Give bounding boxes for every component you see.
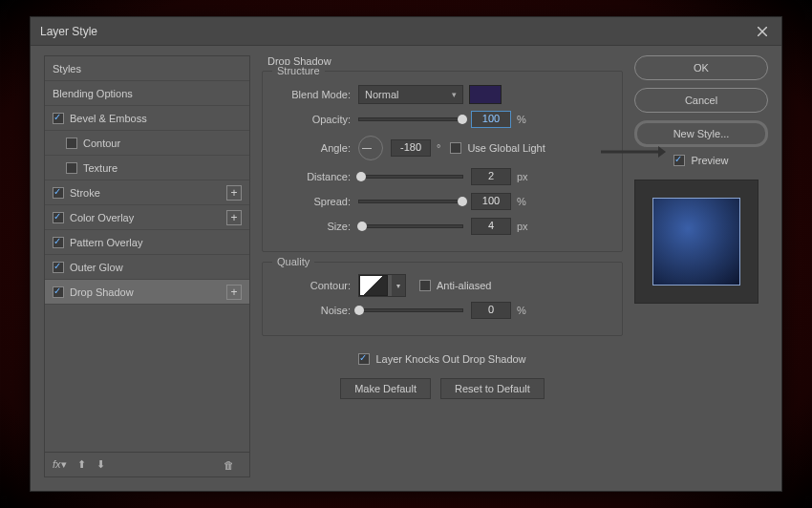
noise-unit: %	[517, 305, 526, 316]
quality-group: Quality Contour: ▾ Anti-aliased Noise: 0…	[262, 262, 623, 336]
sidebar-item-blending-options[interactable]: Blending Options	[45, 81, 249, 106]
cancel-button[interactable]: Cancel	[634, 88, 768, 113]
ok-label: OK	[694, 62, 709, 74]
distance-unit: px	[517, 171, 528, 182]
sidebar-item-color-overlay[interactable]: Color Overlay +	[45, 205, 249, 230]
fx-menu-icon[interactable]: fx▾	[53, 458, 67, 470]
window-title: Layer Style	[40, 25, 97, 38]
angle-dial[interactable]	[358, 136, 383, 160]
preview-box	[634, 180, 759, 304]
sidebar-item-label: Blending Options	[53, 88, 133, 99]
close-icon	[758, 27, 767, 36]
contour-preview-icon	[359, 275, 388, 296]
reset-default-label: Reset to Default	[455, 383, 530, 394]
structure-group: Structure Blend Mode: Normal ▾ Opacity: …	[262, 71, 623, 252]
noise-input[interactable]: 0	[471, 302, 511, 319]
blend-mode-select[interactable]: Normal ▾	[358, 85, 463, 104]
callout-arrow-icon	[601, 143, 666, 160]
contour-checkbox[interactable]	[66, 138, 77, 149]
chevron-down-icon: ▾	[392, 275, 405, 296]
spread-unit: %	[517, 196, 526, 207]
blend-mode-value: Normal	[365, 89, 398, 100]
noise-label: Noise:	[276, 305, 351, 316]
drop-shadow-checkbox[interactable]	[53, 286, 64, 298]
options-panel: Drop Shadow Structure Blend Mode: Normal…	[262, 55, 623, 477]
sidebar-item-texture[interactable]: Texture	[45, 156, 249, 180]
make-default-label: Make Default	[354, 383, 417, 394]
move-down-icon[interactable]: ⬇	[96, 458, 105, 470]
sidebar-item-contour[interactable]: Contour	[45, 131, 249, 156]
sidebar-item-label: Styles	[53, 63, 81, 74]
sidebar-item-label: Outer Glow	[70, 262, 123, 273]
new-style-label: New Style...	[673, 128, 730, 139]
size-slider[interactable]	[358, 224, 463, 228]
trash-icon[interactable]: 🗑	[224, 459, 234, 471]
sidebar-item-bevel-emboss[interactable]: Bevel & Emboss	[45, 106, 249, 131]
layer-style-dialog: Layer Style Styles Blending Options Beve…	[30, 16, 782, 492]
distance-label: Distance:	[276, 171, 351, 182]
structure-title: Structure	[272, 65, 325, 76]
sidebar-footer: fx▾ ⬆ ⬇ 🗑	[45, 452, 249, 476]
distance-slider[interactable]	[358, 175, 463, 179]
make-default-button[interactable]: Make Default	[340, 378, 431, 399]
add-drop-shadow-icon[interactable]: +	[226, 285, 242, 300]
anti-aliased-label: Anti-aliased	[437, 280, 491, 291]
sidebar-item-label: Contour	[83, 138, 120, 149]
sidebar-item-label: Bevel & Emboss	[70, 113, 147, 124]
angle-input[interactable]: -180	[391, 139, 431, 157]
size-label: Size:	[276, 221, 351, 232]
blend-mode-label: Blend Mode:	[276, 89, 351, 100]
knockout-checkbox[interactable]	[358, 353, 370, 365]
distance-input[interactable]: 2	[471, 168, 511, 185]
ok-button[interactable]: OK	[634, 55, 768, 80]
shadow-color-swatch[interactable]	[469, 85, 502, 104]
chevron-down-icon: ▾	[452, 90, 457, 99]
add-color-overlay-icon[interactable]: +	[226, 210, 242, 225]
spread-label: Spread:	[276, 196, 351, 207]
opacity-slider[interactable]	[358, 117, 463, 121]
opacity-label: Opacity:	[276, 114, 351, 125]
sidebar-item-label: Drop Shadow	[70, 286, 134, 298]
preview-swatch	[652, 198, 740, 286]
texture-checkbox[interactable]	[66, 162, 77, 174]
sidebar-item-styles[interactable]: Styles	[45, 56, 249, 81]
opacity-input[interactable]: 100	[471, 111, 511, 128]
sidebar-item-pattern-overlay[interactable]: Pattern Overlay	[45, 230, 249, 255]
sidebar-item-outer-glow[interactable]: Outer Glow	[45, 255, 249, 280]
global-light-checkbox[interactable]	[450, 142, 461, 154]
spread-slider[interactable]	[358, 200, 463, 203]
size-input[interactable]: 4	[471, 218, 511, 235]
preview-label: Preview	[691, 155, 728, 166]
sidebar-item-label: Stroke	[70, 187, 100, 199]
sidebar-item-label: Texture	[83, 162, 118, 174]
bevel-emboss-checkbox[interactable]	[53, 113, 64, 124]
styles-sidebar: Styles Blending Options Bevel & Emboss C…	[44, 55, 250, 477]
sidebar-item-drop-shadow[interactable]: Drop Shadow +	[45, 280, 249, 305]
stroke-checkbox[interactable]	[53, 187, 64, 199]
anti-aliased-checkbox[interactable]	[419, 280, 431, 291]
move-up-icon[interactable]: ⬆	[77, 458, 86, 470]
sidebar-item-label: Color Overlay	[70, 212, 134, 223]
angle-unit: °	[437, 142, 440, 154]
add-stroke-icon[interactable]: +	[226, 185, 242, 201]
noise-slider[interactable]	[358, 308, 463, 312]
close-button[interactable]	[753, 22, 772, 41]
knockout-label: Layer Knocks Out Drop Shadow	[375, 353, 525, 365]
sidebar-item-label: Pattern Overlay	[70, 237, 142, 248]
action-column: OK Cancel New Style... Preview	[634, 55, 768, 477]
outer-glow-checkbox[interactable]	[53, 262, 64, 273]
reset-default-button[interactable]: Reset to Default	[440, 378, 545, 399]
cancel-label: Cancel	[685, 95, 717, 106]
global-light-label: Use Global Light	[467, 142, 545, 154]
svg-marker-3	[658, 146, 666, 158]
contour-picker[interactable]: ▾	[358, 274, 406, 297]
opacity-unit: %	[517, 114, 526, 125]
color-overlay-checkbox[interactable]	[53, 212, 64, 223]
spread-input[interactable]: 100	[471, 193, 511, 210]
quality-title: Quality	[272, 256, 314, 267]
preview-checkbox[interactable]	[673, 155, 685, 166]
angle-label: Angle:	[276, 142, 351, 154]
sidebar-item-stroke[interactable]: Stroke +	[45, 180, 249, 205]
styles-list: Styles Blending Options Bevel & Emboss C…	[44, 55, 250, 477]
pattern-overlay-checkbox[interactable]	[53, 237, 64, 248]
